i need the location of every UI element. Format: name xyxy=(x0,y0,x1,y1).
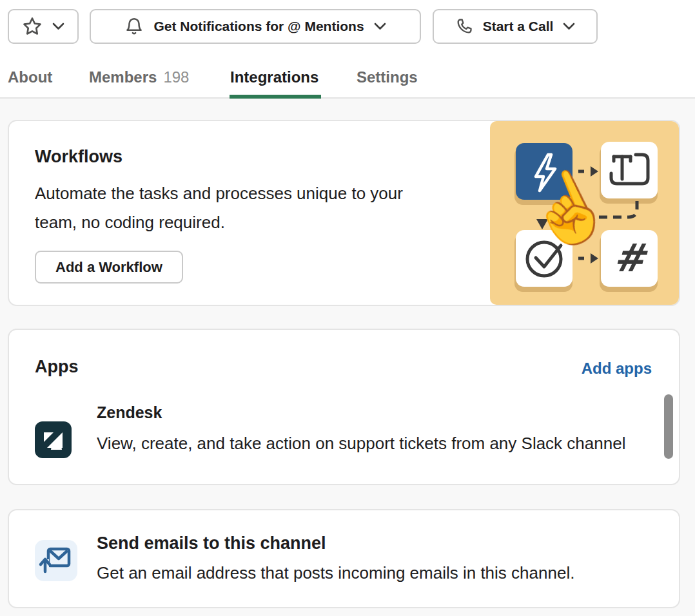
tab-integrations[interactable]: Integrations xyxy=(230,68,318,86)
app-row-zendesk[interactable]: Zendesk View, create, and take action on… xyxy=(9,401,654,485)
tab-about-label: About xyxy=(8,68,52,86)
email-icon xyxy=(35,540,77,581)
workflows-description: Automate the tasks and processes unique … xyxy=(35,179,441,237)
channel-details-dialog: Get Notifications for @ Mentions Start a… xyxy=(0,0,695,616)
add-workflow-button-label: Add a Workflow xyxy=(55,259,162,276)
header: Get Notifications for @ Mentions Start a… xyxy=(0,0,695,99)
tab-settings-label: Settings xyxy=(357,68,418,86)
tab-settings[interactable]: Settings xyxy=(357,68,418,86)
start-call-button-label: Start a Call xyxy=(483,19,554,34)
send-emails-card[interactable]: Send emails to this channel Get an email… xyxy=(8,509,680,608)
app-name: Zendesk xyxy=(97,403,162,422)
tab-about[interactable]: About xyxy=(8,68,52,86)
members-count: 198 xyxy=(163,68,189,86)
bell-icon xyxy=(124,17,144,36)
email-card-description: Get an email address that posts incoming… xyxy=(97,563,664,583)
notifications-button-label: Get Notifications for @ Mentions xyxy=(153,19,364,34)
tab-integrations-label: Integrations xyxy=(230,68,318,86)
star-icon xyxy=(22,16,43,37)
workflows-illustration: # ☝ xyxy=(490,121,679,305)
add-apps-link[interactable]: Add apps xyxy=(582,360,652,378)
apps-title: Apps xyxy=(35,357,79,377)
add-workflow-button[interactable]: Add a Workflow xyxy=(35,251,183,284)
apps-card: Apps Add apps Zendesk View, create, and … xyxy=(8,329,680,485)
star-channel-button[interactable] xyxy=(8,9,79,44)
chevron-down-icon xyxy=(374,23,386,30)
hash-icon: # xyxy=(601,230,658,287)
active-tab-underline xyxy=(230,95,321,99)
start-call-button[interactable]: Start a Call xyxy=(433,9,598,44)
email-card-title: Send emails to this channel xyxy=(97,534,326,553)
phone-icon xyxy=(455,17,473,35)
app-description: View, create, and take action on support… xyxy=(97,429,651,476)
tab-members[interactable]: Members198 xyxy=(89,68,189,86)
notifications-button[interactable]: Get Notifications for @ Mentions xyxy=(90,9,421,44)
svg-text:#: # xyxy=(613,235,649,280)
apps-scrollbar[interactable] xyxy=(664,394,673,459)
tab-members-label: Members xyxy=(89,68,157,86)
workflows-title: Workflows xyxy=(35,147,122,167)
text-snippet-icon xyxy=(601,142,658,198)
chevron-down-icon xyxy=(563,23,575,30)
zendesk-logo-icon xyxy=(35,421,72,458)
workflows-card: Workflows Automate the tasks and process… xyxy=(8,120,680,306)
chevron-down-icon xyxy=(52,23,64,30)
